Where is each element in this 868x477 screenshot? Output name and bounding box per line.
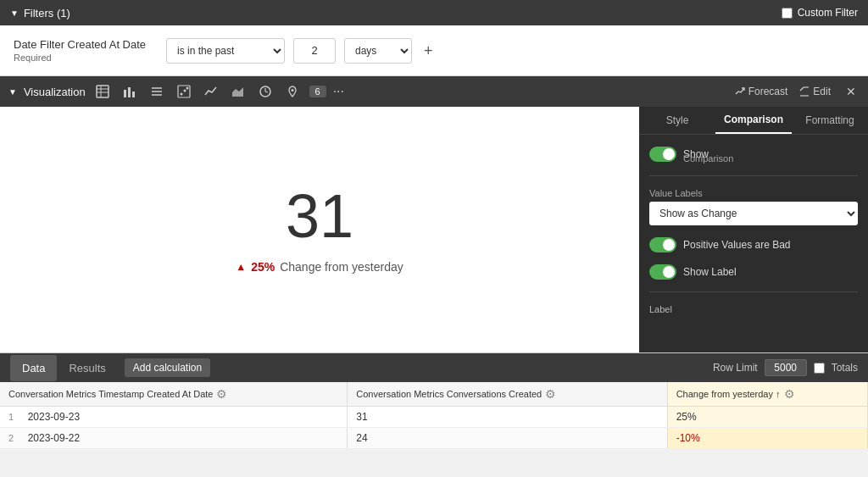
col-date-settings-icon[interactable]: ⚙ bbox=[216, 387, 227, 401]
divider-1 bbox=[649, 175, 858, 176]
add-calculation-button[interactable]: Add calculation bbox=[125, 358, 210, 377]
col-header-change: Change from yesterday ↑ ⚙ bbox=[667, 382, 867, 407]
svg-marker-14 bbox=[232, 87, 243, 97]
filter-condition-select[interactable]: is in the past bbox=[166, 38, 285, 64]
viz-chart-area: 31 ▲ 25% Change from yesterday bbox=[0, 107, 639, 352]
row2-change: -10% bbox=[667, 428, 867, 449]
totals-label: Totals bbox=[832, 362, 858, 374]
label-section-label: Label bbox=[649, 304, 858, 314]
viz-more-icon[interactable]: ··· bbox=[333, 84, 344, 99]
data-toolbar: Data Results Add calculation Row Limit 5… bbox=[0, 353, 868, 382]
svg-point-13 bbox=[186, 87, 188, 90]
value-labels-select[interactable]: Show as Change bbox=[649, 202, 858, 225]
col-conv-settings-icon[interactable]: ⚙ bbox=[545, 387, 556, 401]
positive-bad-label: Positive Values are Bad bbox=[683, 239, 791, 251]
viz-chevron-icon[interactable]: ▼ bbox=[8, 87, 17, 97]
side-panel-content: Show Comparison Value Labels Show as Cha… bbox=[639, 135, 868, 326]
map-icon-btn[interactable] bbox=[282, 82, 303, 101]
tab-formatting[interactable]: Formatting bbox=[792, 107, 868, 134]
table-row: 2 2023-09-22 24 -10% bbox=[0, 428, 868, 449]
svg-line-19 bbox=[800, 87, 804, 91]
filter-label: Date Filter Created At Date Required bbox=[14, 38, 158, 63]
row2-conversations: 24 bbox=[348, 428, 667, 449]
svg-line-17 bbox=[265, 92, 268, 92]
col-header-change-label: Change from yesterday ↑ bbox=[676, 389, 781, 399]
row1-change: 25% bbox=[667, 407, 867, 428]
svg-rect-0 bbox=[97, 86, 108, 97]
show-comparison-group: Show Comparison bbox=[649, 147, 858, 164]
viz-change-row: ▲ 25% Change from yesterday bbox=[236, 260, 403, 274]
viz-badge: 6 bbox=[309, 86, 326, 97]
forecast-button[interactable]: Forecast bbox=[735, 86, 788, 97]
positive-bad-toggle[interactable] bbox=[649, 237, 676, 252]
viz-main: 31 ▲ 25% Change from yesterday Style Com… bbox=[0, 107, 868, 352]
viz-big-number: 31 bbox=[286, 186, 353, 247]
table-row: 1 2023-09-23 31 25% bbox=[0, 407, 868, 428]
edit-button[interactable]: Edit bbox=[793, 82, 837, 101]
filter-unit-select[interactable]: days bbox=[344, 38, 412, 64]
tab-comparison[interactable]: Comparison bbox=[715, 107, 792, 134]
line-chart-icon-btn[interactable] bbox=[201, 82, 221, 101]
up-arrow-icon: ▲ bbox=[236, 261, 246, 273]
filters-bar-right: Custom Filter bbox=[782, 7, 858, 19]
col-header-date: Conversation Metrics Timestamp Created A… bbox=[0, 382, 348, 407]
show-label-toggle[interactable] bbox=[649, 264, 676, 280]
chevron-down-icon[interactable]: ▼ bbox=[10, 8, 19, 18]
tab-style[interactable]: Style bbox=[639, 107, 715, 134]
viz-toolbar-left: ▼ Visualization bbox=[8, 82, 728, 101]
clock-icon-btn[interactable] bbox=[255, 82, 275, 101]
viz-side-panel: Style Comparison Formatting Show Compari… bbox=[639, 107, 868, 352]
table-icon-btn[interactable] bbox=[92, 82, 113, 101]
positive-bad-toggle-row: Positive Values are Bad bbox=[649, 237, 858, 252]
row1-date: 1 2023-09-23 bbox=[0, 407, 348, 428]
value-labels-section-label: Value Labels bbox=[649, 188, 858, 198]
filter-number-input[interactable] bbox=[293, 38, 336, 64]
scatter-icon-btn[interactable] bbox=[174, 82, 194, 101]
visualization-section: ▼ Visualization bbox=[0, 76, 868, 352]
filter-row: Date Filter Created At Date Required is … bbox=[0, 25, 868, 76]
viz-change-label: Change from yesterday bbox=[280, 260, 403, 274]
row1-conversations: 31 bbox=[348, 407, 667, 428]
panel-close-button[interactable]: ✕ bbox=[843, 83, 860, 100]
svg-rect-4 bbox=[124, 90, 126, 97]
tab-results[interactable]: Results bbox=[57, 355, 117, 381]
data-toolbar-right: Row Limit 5000 Totals bbox=[713, 359, 858, 376]
col-header-conversations-label: Conversation Metrics Conversations Creat… bbox=[356, 389, 542, 399]
totals-checkbox[interactable] bbox=[814, 363, 825, 374]
svg-rect-5 bbox=[128, 87, 131, 97]
col-change-settings-icon[interactable]: ⚙ bbox=[784, 387, 795, 401]
viz-toolbar: ▼ Visualization bbox=[0, 76, 868, 107]
show-label-label: Show Label bbox=[683, 266, 737, 278]
show-comparison-toggle[interactable] bbox=[649, 147, 676, 162]
filter-add-button[interactable]: + bbox=[420, 43, 437, 58]
col-header-conversations: Conversation Metrics Conversations Creat… bbox=[348, 382, 667, 407]
row2-date: 2 2023-09-22 bbox=[0, 428, 348, 449]
divider-2 bbox=[649, 291, 858, 292]
filters-title: Filters (1) bbox=[24, 7, 70, 19]
custom-filter-checkbox[interactable] bbox=[782, 8, 793, 19]
filter-label-main: Date Filter Created At Date bbox=[14, 38, 158, 51]
data-table: Conversation Metrics Timestamp Created A… bbox=[0, 382, 868, 449]
custom-filter-label: Custom Filter bbox=[798, 7, 858, 19]
viz-change-percent: 25% bbox=[251, 260, 275, 274]
area-chart-icon-btn[interactable] bbox=[228, 82, 248, 101]
col-header-date-label: Conversation Metrics Timestamp Created A… bbox=[8, 389, 213, 399]
filter-label-sub: Required bbox=[14, 53, 158, 63]
row-limit-label: Row Limit bbox=[713, 362, 758, 374]
svg-point-18 bbox=[291, 89, 293, 92]
row-limit-input[interactable]: 5000 bbox=[765, 359, 807, 376]
svg-rect-6 bbox=[132, 92, 135, 97]
filters-bar-left: ▼ Filters (1) bbox=[10, 7, 70, 19]
svg-point-11 bbox=[180, 93, 182, 96]
list-icon-btn[interactable] bbox=[147, 82, 167, 101]
show-label-toggle-row: Show Label bbox=[649, 264, 858, 280]
bar-chart-icon-btn[interactable] bbox=[120, 82, 140, 101]
side-panel-tabs: Style Comparison Formatting bbox=[639, 107, 868, 135]
show-comparison-sublabel: Comparison bbox=[683, 153, 858, 164]
tab-data[interactable]: Data bbox=[10, 355, 57, 381]
viz-toolbar-right: Forecast Edit ✕ bbox=[735, 82, 860, 101]
svg-point-12 bbox=[183, 90, 186, 92]
value-labels-group: Value Labels Show as Change bbox=[649, 188, 858, 225]
viz-title: Visualization bbox=[24, 86, 86, 98]
data-section: Data Results Add calculation Row Limit 5… bbox=[0, 352, 868, 449]
